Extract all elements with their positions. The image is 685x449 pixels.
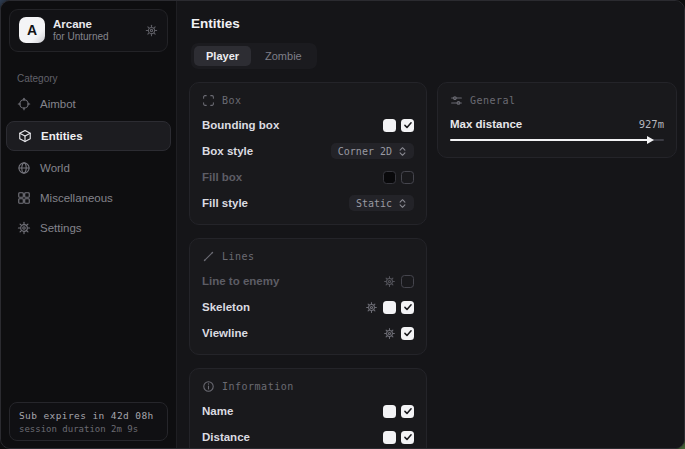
color-swatch[interactable]	[383, 405, 396, 418]
lines-section: Lines Line to enemy	[189, 238, 427, 355]
sliders-icon	[450, 94, 463, 107]
general-section: General Max distance 927m	[437, 82, 677, 158]
brand-logo: A	[19, 17, 45, 43]
setting-row-fill-box: Fill box	[202, 169, 414, 185]
brand-name: Arcane	[53, 17, 137, 31]
section-title: Lines	[222, 251, 255, 262]
page-title: Entities	[191, 16, 670, 31]
cube-icon	[18, 129, 32, 143]
sidebar-item-label: Miscellaneous	[40, 192, 113, 204]
setting-row-fill-style: Fill style Static	[202, 195, 414, 211]
check-icon	[403, 432, 413, 442]
diagonal-line-icon	[202, 250, 215, 263]
skeleton-checkbox[interactable]	[401, 301, 414, 314]
gear-icon[interactable]	[383, 327, 396, 340]
info-icon	[202, 380, 215, 393]
row-label: Skeleton	[202, 301, 250, 313]
sidebar-nav: Aimbot Entities	[1, 89, 176, 243]
gear-icon[interactable]	[145, 24, 158, 37]
setting-row-line-to-enemy: Line to enemy	[202, 273, 414, 289]
setting-row-viewline: Viewline	[202, 325, 414, 341]
check-icon	[403, 120, 413, 130]
setting-row-distance: Distance	[202, 429, 414, 445]
tab-zombie[interactable]: Zombie	[253, 46, 314, 66]
sidebar-item-label: World	[40, 162, 70, 174]
dropdown-value: Corner 2D	[338, 146, 392, 157]
chevrons-up-down-icon	[398, 198, 407, 209]
sidebar-item-miscellaneous[interactable]: Miscellaneous	[1, 184, 176, 212]
box-style-dropdown[interactable]: Corner 2D	[331, 143, 414, 159]
row-label: Fill style	[202, 197, 248, 209]
general-section-header: General	[450, 94, 664, 107]
max-distance-row: Max distance 927m	[450, 118, 664, 130]
section-title: Information	[222, 381, 294, 392]
bounding-box-checkbox[interactable]	[401, 119, 414, 132]
row-label: Bounding box	[202, 119, 279, 131]
name-checkbox[interactable]	[401, 405, 414, 418]
sidebar-item-aimbot[interactable]: Aimbot	[1, 90, 176, 118]
brand-text: Arcane for Unturned	[53, 17, 137, 44]
sub-expires-text: Sub expires in 42d 08h	[19, 410, 158, 421]
app-window: A Arcane for Unturned Category	[0, 0, 685, 449]
gear-icon[interactable]	[383, 275, 396, 288]
row-label: Distance	[202, 431, 250, 443]
section-title: Box	[222, 95, 242, 106]
distance-checkbox[interactable]	[401, 431, 414, 444]
sidebar-item-world[interactable]: World	[1, 154, 176, 182]
gear-icon[interactable]	[365, 301, 378, 314]
brand-card[interactable]: A Arcane for Unturned	[9, 9, 168, 52]
lines-section-header: Lines	[202, 250, 414, 263]
sidebar: A Arcane for Unturned Category	[1, 1, 177, 448]
fill-style-dropdown[interactable]: Static	[349, 195, 414, 211]
color-swatch[interactable]	[383, 431, 396, 444]
dropdown-value: Static	[356, 198, 392, 209]
information-section: Information Name Distance	[189, 368, 427, 448]
scan-corners-icon	[202, 94, 215, 107]
setting-row-skeleton: Skeleton	[202, 299, 414, 315]
slider-handle[interactable]	[647, 136, 654, 144]
color-swatch[interactable]	[383, 171, 396, 184]
session-duration-text: session duration 2m 9s	[19, 424, 158, 434]
max-distance-value: 927m	[639, 118, 664, 130]
box-section-header: Box	[202, 94, 414, 107]
setting-row-name: Name	[202, 403, 414, 419]
tab-player[interactable]: Player	[194, 46, 251, 66]
sidebar-item-label: Aimbot	[40, 98, 76, 110]
row-label: Name	[202, 405, 233, 417]
section-title: General	[470, 95, 516, 106]
grid-icon	[17, 191, 31, 205]
fill-box-checkbox[interactable]	[401, 171, 414, 184]
right-column: General Max distance 927m	[437, 82, 677, 158]
row-label: Viewline	[202, 327, 248, 339]
slider-fill	[450, 139, 648, 141]
tab-bar: Player Zombie	[191, 43, 317, 69]
row-label: Fill box	[202, 171, 242, 183]
sidebar-item-entities[interactable]: Entities	[6, 121, 171, 151]
max-distance-label: Max distance	[450, 118, 522, 130]
brand-subtitle: for Unturned	[53, 31, 137, 44]
check-icon	[403, 302, 413, 312]
color-swatch[interactable]	[383, 301, 396, 314]
check-icon	[403, 328, 413, 338]
main-panel: Entities Player Zombie	[177, 1, 684, 448]
viewline-checkbox[interactable]	[401, 327, 414, 340]
line-to-enemy-checkbox[interactable]	[401, 275, 414, 288]
row-label: Line to enemy	[202, 275, 279, 287]
left-column: Box Bounding box Box style	[189, 82, 427, 448]
check-icon	[403, 406, 413, 416]
subscription-info-card: Sub expires in 42d 08h session duration …	[9, 402, 168, 441]
box-section: Box Bounding box Box style	[189, 82, 427, 225]
sidebar-item-settings[interactable]: Settings	[1, 214, 176, 242]
globe-icon	[17, 161, 31, 175]
max-distance-slider[interactable]	[450, 136, 664, 144]
setting-row-box-style: Box style Corner 2D	[202, 143, 414, 159]
content-area: Box Bounding box Box style	[189, 82, 672, 448]
sidebar-item-label: Settings	[40, 222, 82, 234]
sidebar-item-label: Entities	[41, 130, 83, 142]
row-label: Box style	[202, 145, 253, 157]
crosshair-icon	[17, 97, 31, 111]
category-label: Category	[17, 73, 176, 84]
chevrons-up-down-icon	[398, 146, 407, 157]
color-swatch[interactable]	[383, 119, 396, 132]
setting-row-bounding-box: Bounding box	[202, 117, 414, 133]
